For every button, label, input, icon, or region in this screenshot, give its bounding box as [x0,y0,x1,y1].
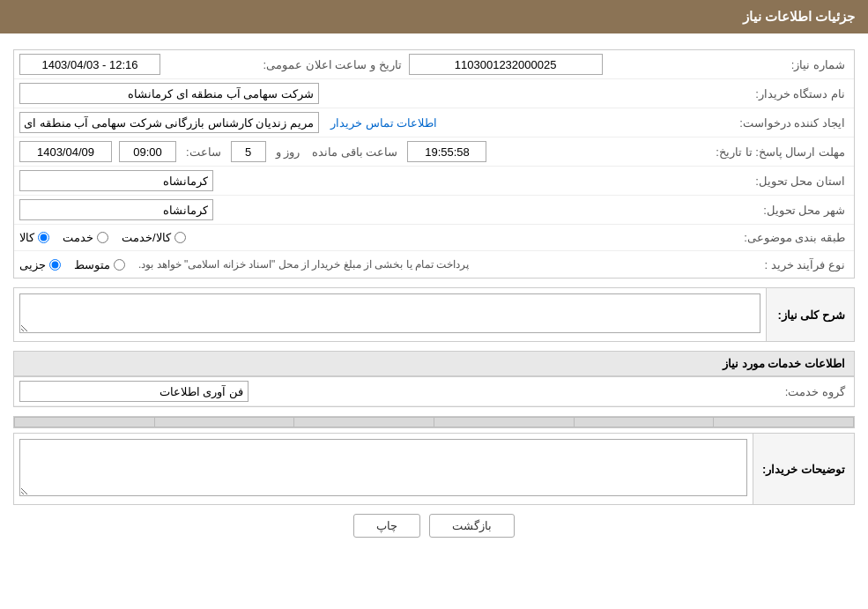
tabaqe-kala-label: کالا [19,231,34,244]
tabaqe-khedmat-item[interactable]: خدمت [63,231,108,244]
sharh-label: شرح کلی نیاز: [777,308,845,322]
toozihat-section: توضیحات خریدار: [13,433,855,505]
services-table-container [13,416,855,428]
ostan-label: استان محل تحویل: [752,175,849,188]
back-button[interactable]: بازگشت [429,514,515,538]
tabaqe-khedmat-label: خدمت [63,231,93,244]
tabaqe-label: طبقه بندی موضوعی: [740,231,849,244]
tabaqe-kalakhedmat-radio[interactable] [174,232,186,243]
shomare-niaz-label: شماره نیاز: [752,58,849,71]
mohlat-label: مهلت ارسال پاسخ: تا تاریخ: [712,145,849,159]
col-name [434,418,575,427]
toozihat-label: توضیحات خریدار: [762,463,845,476]
noefarayand-jozi-radio[interactable] [49,259,61,271]
col-tedad [154,418,294,427]
sharh-section: شرح کلی نیاز: [13,287,855,342]
mohlat-maande-input[interactable] [407,141,486,162]
tabaqe-kala-item[interactable]: کالا [19,231,49,244]
grohe-label: گروه خدمت: [752,385,849,398]
noefarayand-label: نوع فرآیند خرید : [752,258,849,271]
toozihat-textarea[interactable] [19,439,747,496]
mohlat-date-input[interactable] [19,141,112,162]
tabaqe-kalakhedmat-label: کالا/خدمت [122,231,171,244]
tabaqe-kalakhedmat-item[interactable]: کالا/خدمت [122,231,186,244]
tarikh-elan-input[interactable] [19,54,160,75]
page-title: جزئیات اطلاعات نیاز [743,9,855,24]
shahr-input[interactable] [19,199,213,220]
services-table [14,417,854,427]
nam-dasgah-input[interactable] [19,83,319,104]
tarikh-elan-label: تاریخ و ساعت اعلان عمومی: [260,58,405,71]
sharh-textarea[interactable] [19,293,760,333]
mohlat-saat-label: ساعت: [183,145,224,159]
noefarayand-motavaset-label: متوسط [74,258,110,271]
shahr-label: شهر محل تحویل: [752,204,849,217]
page-header: جزئیات اطلاعات نیاز [0,0,868,33]
tabaqe-khedmat-radio[interactable] [97,232,108,243]
noefarayand-jozi-label: جزیی [19,258,46,271]
grohe-input[interactable] [19,381,249,402]
action-buttons: بازگشت چاپ [13,514,855,538]
mohlat-maande-label: ساعت باقی مانده [309,145,400,159]
ettelaat-tamas-link[interactable]: اطلاعات تماس خریدار [326,116,441,130]
mohlat-roz-label: روز و [273,145,303,159]
mohlat-roz-input[interactable] [231,141,266,162]
noefarayand-motavaset-item[interactable]: متوسط [74,258,125,271]
print-button[interactable]: چاپ [353,514,420,538]
tabaqe-kala-radio[interactable] [38,232,49,243]
mohlat-saat-input[interactable] [119,141,176,162]
ostan-input[interactable] [19,170,213,191]
col-tarikh [15,418,155,427]
eijad-konande-input[interactable] [19,112,319,133]
col-kod [574,418,714,427]
col-vahed [294,418,434,427]
noefarayand-motavaset-radio[interactable] [114,259,125,271]
ettelaat-section-title: اطلاعات خدمات مورد نیاز [13,351,855,376]
noefarayand-note: پرداخت تمام یا بخشی از مبلغ خریدار از مح… [138,258,469,271]
shomare-niaz-input[interactable] [409,54,603,75]
noefarayand-jozi-item[interactable]: جزیی [19,258,61,271]
nam-dasgah-label: نام دستگاه خریدار: [752,87,849,100]
eijad-konande-label: ایجاد کننده درخواست: [736,116,849,130]
col-radif [714,418,854,427]
